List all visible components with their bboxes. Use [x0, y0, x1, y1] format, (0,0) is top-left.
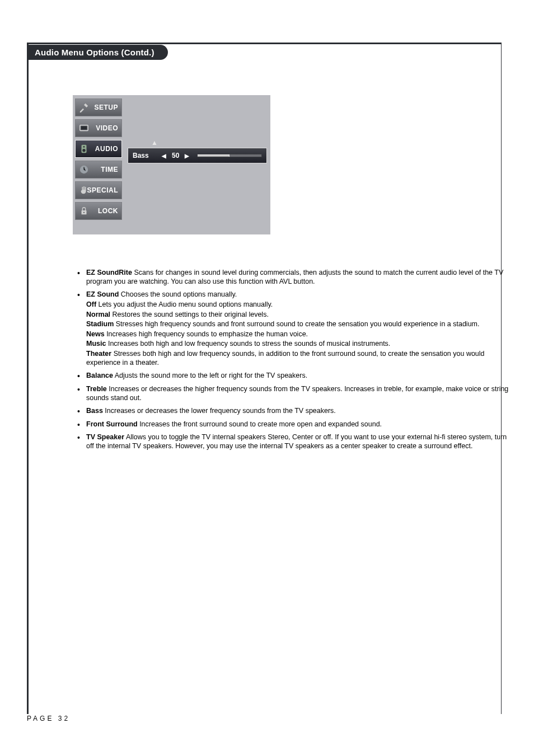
svg-point-3	[83, 146, 85, 148]
chevron-right-icon[interactable]: ▶	[185, 153, 189, 159]
term: Normal	[86, 311, 110, 318]
term: Balance	[86, 372, 113, 379]
term: Stadium	[86, 320, 114, 328]
term: Off	[86, 300, 96, 308]
list-item: EZ Sound Chooses the sound options manua…	[73, 290, 516, 367]
hand-icon	[79, 185, 89, 195]
chevron-left-icon[interactable]: ◀	[162, 153, 166, 159]
term-desc: Allows you to toggle the TV internal spe…	[86, 433, 507, 450]
osd-item-label: VIDEO	[96, 124, 118, 132]
list-item: EZ SoundRite Scans for changes in sound …	[73, 269, 516, 286]
term: EZ Sound	[86, 290, 119, 298]
term-desc: Increases the front surround sound to cr…	[138, 420, 382, 428]
term-desc: Increases high frequency sounds to empha…	[105, 330, 308, 338]
lock-icon	[79, 206, 89, 216]
clock-icon	[79, 165, 89, 175]
term-desc: Stresses high frequency sounds and front…	[114, 320, 479, 328]
term-desc: Increases both high and low frequency so…	[106, 340, 390, 348]
osd-panel: SETUP VIDEO AUDIO TIME	[73, 95, 270, 234]
osd-row-bass[interactable]: Bass ◀ 50 ▶	[128, 148, 267, 163]
term-desc: Adjusts the sound more to the left or ri…	[113, 372, 307, 379]
list-item: TV Speaker Allows you to toggle the TV i…	[73, 433, 516, 450]
osd-item-video[interactable]: VIDEO	[75, 119, 122, 137]
list-item: Treble Increases or decreases the higher…	[73, 385, 516, 402]
term: EZ SoundRite	[86, 269, 132, 276]
osd-row-value: 50	[172, 152, 179, 159]
list-item: Front Surround Increases the front surro…	[73, 420, 516, 429]
term-desc: Increases or decreases the higher freque…	[86, 385, 508, 402]
term: Front Surround	[86, 420, 138, 428]
osd-item-label: SETUP	[94, 104, 118, 111]
term-desc: Lets you adjust the Audio menu sound opt…	[96, 300, 273, 308]
osd-sidebar: SETUP VIDEO AUDIO TIME	[73, 95, 124, 234]
list-item: Bass Increases or decreases the lower fr…	[73, 407, 516, 416]
bass-slider[interactable]	[197, 154, 262, 157]
term: News	[86, 330, 105, 338]
page-number: PAGE 32	[27, 715, 70, 722]
term-desc: Scans for changes in sound level during …	[86, 269, 503, 285]
osd-item-lock[interactable]: LOCK	[75, 202, 122, 220]
term-desc: Restores the sound settings to their ori…	[110, 311, 269, 318]
wrench-icon	[79, 102, 89, 112]
term-desc: Chooses the sound options manually.	[119, 290, 237, 298]
osd-item-time[interactable]: TIME	[75, 161, 122, 179]
term: TV Speaker	[86, 433, 124, 441]
speaker-icon	[79, 144, 89, 154]
term: Bass	[86, 407, 103, 415]
svg-point-4	[82, 149, 85, 152]
term-desc: Stresses both high and low frequency sou…	[86, 350, 485, 367]
osd-item-label: AUDIO	[95, 145, 118, 153]
section-title-tab: Audio Menu Options (Contd.)	[27, 45, 168, 60]
osd-content: ▲ Bass ◀ 50 ▶	[124, 95, 270, 234]
osd-row-label: Bass	[133, 152, 156, 159]
svg-rect-1	[81, 126, 87, 129]
svg-point-7	[83, 212, 85, 213]
term: Music	[86, 340, 106, 348]
osd-item-label: SPECIAL	[87, 186, 118, 194]
slider-fill	[198, 154, 229, 157]
osd-item-label: TIME	[101, 166, 118, 173]
osd-item-label: LOCK	[98, 207, 118, 215]
osd-item-setup[interactable]: SETUP	[75, 98, 122, 116]
list-item: Balance Adjusts the sound more to the le…	[73, 372, 516, 381]
term: Theater	[86, 350, 111, 358]
tv-icon	[79, 123, 89, 133]
term-desc: Increases or decreases the lower frequen…	[103, 407, 336, 415]
description-list: EZ SoundRite Scans for changes in sound …	[73, 269, 516, 456]
term: Treble	[86, 385, 107, 393]
osd-item-special[interactable]: SPECIAL	[75, 181, 122, 199]
osd-item-audio[interactable]: AUDIO	[75, 140, 122, 158]
chevron-up-icon: ▲	[151, 139, 158, 147]
